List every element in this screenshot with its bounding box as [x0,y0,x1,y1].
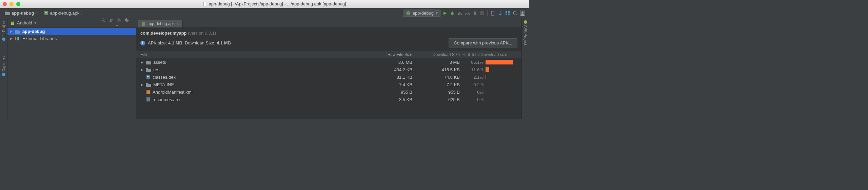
svg-rect-7 [459,12,460,15]
svg-rect-28 [18,37,19,40]
xml-icon: </> [146,90,151,94]
svg-rect-26 [15,37,16,40]
tree-node-label: External Libraries [22,36,57,41]
breadcrumb-file-label: app-debug.apk [50,11,79,16]
project-structure-button[interactable] [504,10,511,17]
android-icon [406,11,411,16]
locate-icon[interactable] [101,18,106,28]
col-file[interactable]: File [140,52,365,57]
expand-toggle-icon[interactable]: ▶ [140,68,144,72]
download-size: 955 B [412,90,460,95]
table-body: ▶assets3.6 MB3 MB86.1%▶res434.2 KB416.5 … [136,58,521,103]
expand-toggle-icon[interactable]: ▶ [9,30,13,33]
table-row[interactable]: 01classes.dex81.1 KB74.8 KB2.1% [136,73,521,81]
apk-project-tool-icon [524,20,527,24]
svg-rect-32 [149,70,150,71]
editor-area: app-debug.apk × com.developer.myapp (ver… [136,18,521,119]
close-tab-icon[interactable]: × [177,21,179,26]
percent-bar [484,75,517,79]
folder-icon [146,82,151,87]
expand-toggle-icon[interactable]: ▶ [140,60,144,64]
window-close-button[interactable] [3,2,7,6]
table-row[interactable]: resources.arsc3.5 KB625 B0% [136,96,521,103]
search-everywhere-button[interactable] [511,10,519,17]
android-view-icon [10,21,15,25]
percent-bar [484,67,517,72]
package-version: (version 0.0.1) [188,31,216,36]
file-name: res [153,67,159,72]
file-name: META-INF [153,82,174,87]
table-row[interactable]: ▶META-INF7.4 KB7.2 KB0.2% [136,81,521,88]
apk-size-text: APK size: 4.1 MB, Download Size: 4.1 MB [148,40,231,45]
folder-icon [5,11,10,15]
percent: 11.6% [460,67,484,72]
run-button[interactable] [441,10,449,17]
window-zoom-button[interactable] [16,2,20,6]
arsc-icon [146,97,151,102]
breadcrumb-root-label: app-debug [12,11,34,16]
separator [487,10,488,16]
percent: 0% [460,90,484,95]
tree-node-app-debug[interactable]: ▶ app-debug [7,28,136,35]
window-minimize-button[interactable] [9,2,14,6]
percent: 86.1% [460,60,484,65]
download-size: 625 B [412,97,460,102]
sdk-manager-button[interactable] [496,10,504,17]
project-panel-header: Android ▾ ⇵ ▾ �→ [7,18,136,28]
editor-tab-apk[interactable]: app-debug.apk × [138,20,183,27]
svg-text:</>: </> [147,91,150,93]
download-size: 74.8 KB [412,75,460,80]
svg-point-3 [406,11,410,15]
table-row[interactable]: ▶res434.2 KB416.5 KB11.6% [136,66,521,73]
avd-manager-button[interactable] [489,10,496,17]
col-percent[interactable]: % of Total Download size [460,52,517,57]
hide-panel-icon[interactable]: �→ [124,18,133,28]
breadcrumb-root[interactable]: app-debug 〉 [3,10,42,16]
col-raw-size[interactable]: Raw File Size [365,52,412,57]
chevron-right-icon: 〉 [81,10,85,16]
tree-node-external-libraries[interactable]: ▶ External Libraries [7,35,136,42]
svg-rect-10 [474,12,476,15]
window-title: app-debug [~/ApkProjects/app-debug] - ..… [209,1,346,6]
apk-file-icon [44,11,48,16]
percent: 0.2% [460,82,484,87]
gear-icon[interactable]: ▾ [116,18,121,28]
captures-tool-icon [2,73,5,76]
table-row[interactable]: ▶assets3.6 MB3 MB86.1% [136,58,521,66]
svg-rect-2 [45,12,47,13]
project-view-selector[interactable]: Android [17,20,32,25]
expand-toggle-icon[interactable]: ▶ [9,37,13,40]
apk-size-value: 4.1 MB [168,40,182,45]
col-download-size[interactable]: Download Size [412,52,460,57]
file-name: AndroidManifest.xml [153,90,193,95]
compare-apk-button[interactable]: Compare with previous APK... [449,38,517,48]
project-tool-label: 1: Project [2,20,6,36]
debug-button[interactable] [449,10,456,17]
profile-button[interactable] [463,10,471,17]
expand-toggle-icon[interactable]: ▶ [140,83,144,87]
apk-project-tool-label: APK Project [524,25,528,45]
attach-debugger-button[interactable] [471,10,478,17]
module-folder-icon [15,29,20,34]
captures-tool-tab[interactable]: Captures [2,56,6,76]
run-configuration-selector[interactable]: app-debug ▾ [403,10,441,17]
user-icon[interactable] [519,10,526,17]
chevron-down-icon: ▾ [436,11,438,16]
right-tool-strip: APK Project [521,18,529,119]
editor-tab-label: app-debug.apk [147,21,175,26]
svg-point-22 [13,21,14,22]
svg-rect-29 [142,22,145,26]
size-info-row: i APK size: 4.1 MB, Download Size: 4.1 M… [136,37,521,51]
size-prefix: APK size: [148,40,168,45]
collapse-all-icon[interactable]: ⇵ [109,18,113,28]
apk-project-tool-tab[interactable]: APK Project [524,20,528,45]
raw-size: 3.6 MB [365,60,412,65]
download-size-value: 4.1 MB [217,40,231,45]
coverage-button[interactable] [456,10,463,17]
project-tool-tab[interactable]: 1: Project [2,20,6,41]
table-row[interactable]: </>AndroidManifest.xml955 B955 B0% [136,88,521,96]
svg-text:01: 01 [147,76,150,78]
folder-res-icon [146,68,151,72]
svg-rect-37 [146,97,150,101]
breadcrumb-file[interactable]: app-debug.apk 〉 [42,10,87,16]
